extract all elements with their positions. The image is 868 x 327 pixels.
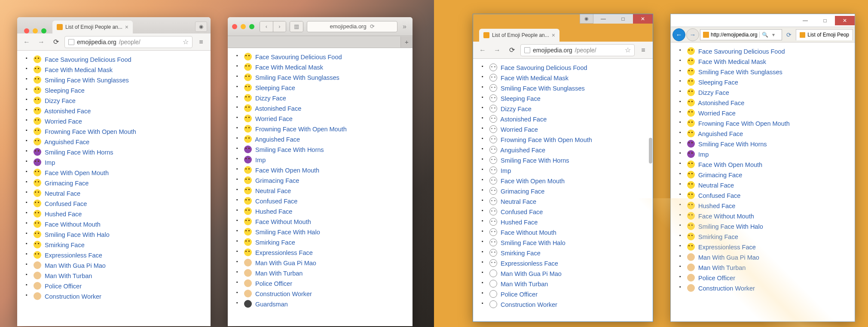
emoji-link[interactable]: Sleeping Face (45, 87, 85, 94)
emoji-link[interactable]: Worried Face (255, 115, 293, 122)
emoji-link[interactable]: Face Savouring Delicious Food (698, 48, 785, 55)
minimize-button[interactable]: — (795, 16, 815, 25)
close-tab-icon[interactable]: × (552, 32, 555, 39)
minimize-button[interactable]: — (593, 14, 613, 24)
back-button[interactable]: ‹ (260, 21, 273, 32)
emoji-link[interactable]: Construction Worker (45, 293, 101, 300)
address-bar[interactable]: emojipedia.org ⟳ (307, 21, 397, 32)
emoji-link[interactable]: Face With Medical Mask (698, 58, 766, 65)
close-button[interactable]: ✕ (835, 16, 855, 25)
emoji-link[interactable]: Anguished Face (44, 139, 89, 145)
address-bar[interactable]: emojipedia.org/people/ ☆ (64, 36, 193, 48)
emoji-link[interactable]: Sleeping Face (255, 85, 295, 91)
browser-tab[interactable]: List of Emoji People an... × (479, 29, 559, 42)
forward-button[interactable]: → (35, 36, 47, 48)
emoji-link[interactable]: Face Savouring Delicious Food (501, 64, 587, 71)
emoji-link[interactable]: Confused Face (255, 198, 297, 205)
emoji-link[interactable]: Imp (255, 157, 266, 164)
emoji-link[interactable]: Smiling Face With Halo (255, 229, 320, 236)
maximize-icon[interactable] (41, 28, 46, 33)
emoji-link[interactable]: Face With Medical Mask (45, 67, 113, 73)
profile-button[interactable]: ◉ (195, 21, 207, 32)
emoji-link[interactable]: Astonished Face (255, 105, 301, 112)
profile-button[interactable]: ◉ (580, 14, 593, 24)
emoji-link[interactable]: Smiling Face With Sunglasses (255, 74, 339, 81)
emoji-link[interactable]: Construction Worker (698, 285, 755, 292)
minimize-icon[interactable] (33, 28, 38, 33)
emoji-link[interactable]: Smiling Face With Horns (698, 141, 767, 148)
emoji-link[interactable]: Smirking Face (501, 250, 541, 257)
emoji-link[interactable]: Astonished Face (500, 116, 547, 123)
emoji-link[interactable]: Worried Face (501, 126, 538, 133)
emoji-link[interactable]: Face With Open Mouth (255, 167, 319, 174)
emoji-link[interactable]: Police Officer (45, 283, 82, 290)
back-button[interactable]: ← (672, 28, 685, 41)
close-tab-icon[interactable]: × (125, 24, 128, 30)
close-icon[interactable] (24, 28, 29, 33)
emoji-link[interactable]: Smiling Face With Horns (45, 149, 113, 156)
emoji-link[interactable]: Smiling Face With Halo (698, 223, 763, 230)
emoji-link[interactable]: Man With Turban (255, 270, 303, 277)
minimize-icon[interactable] (241, 24, 246, 29)
emoji-link[interactable]: Smiling Face With Sunglasses (45, 77, 129, 84)
emoji-link[interactable]: Face Without Mouth (45, 221, 101, 228)
emoji-link[interactable]: Imp (698, 151, 709, 158)
emoji-link[interactable]: Construction Worker (255, 291, 312, 297)
emoji-link[interactable]: Expressionless Face (45, 252, 102, 259)
emoji-link[interactable]: Smirking Face (698, 233, 738, 240)
emoji-link[interactable]: Smiling Face With Horns (501, 157, 569, 164)
emoji-link[interactable]: Worried Face (45, 118, 82, 125)
close-icon[interactable] (232, 24, 237, 29)
emoji-link[interactable]: Face With Open Mouth (501, 178, 565, 185)
reload-button[interactable]: ⟳ (783, 31, 795, 38)
emoji-link[interactable]: Man With Turban (45, 272, 92, 279)
emoji-link[interactable]: Neutral Face (255, 188, 291, 194)
emoji-link[interactable]: Man With Turban (501, 281, 548, 288)
emoji-link[interactable]: Man With Gua Pi Mao (45, 262, 106, 269)
emoji-link[interactable]: Frowning Face With Open Mouth (255, 126, 347, 133)
reload-button[interactable]: ⟳ (506, 44, 518, 56)
menu-button[interactable]: ≡ (195, 36, 207, 48)
maximize-icon[interactable] (249, 24, 254, 29)
reload-button[interactable]: ⟳ (50, 36, 62, 48)
browser-tab[interactable]: List of Emoji Peop (796, 29, 853, 40)
emoji-link[interactable]: Face Without Mouth (501, 229, 556, 236)
sidebar-button[interactable]: ▥ (290, 21, 303, 32)
emoji-link[interactable]: Expressionless Face (698, 244, 756, 251)
emoji-link[interactable]: Smiling Face With Halo (45, 231, 110, 238)
emoji-link[interactable]: Neutral Face (45, 190, 80, 197)
emoji-link[interactable]: Construction Worker (501, 301, 557, 308)
emoji-link[interactable]: Anguished Face (255, 136, 300, 143)
emoji-link[interactable]: Man With Gua Pi Mao (698, 254, 759, 261)
emoji-link[interactable]: Dizzy Face (45, 97, 76, 104)
emoji-link[interactable]: Sleeping Face (698, 79, 738, 86)
emoji-link[interactable]: Face With Open Mouth (45, 170, 109, 176)
emoji-link[interactable]: Guardsman (255, 301, 288, 308)
emoji-link[interactable]: Man With Turban (698, 264, 746, 271)
emoji-link[interactable]: Expressionless Face (255, 249, 313, 256)
emoji-link[interactable]: Confused Face (45, 200, 87, 207)
emoji-link[interactable]: Smiling Face With Horns (255, 146, 324, 153)
emoji-link[interactable]: Smirking Face (255, 239, 295, 246)
emoji-link[interactable]: Hushed Face (501, 219, 538, 226)
emoji-link[interactable]: Police Officer (698, 275, 735, 282)
maximize-button[interactable]: □ (613, 14, 633, 24)
bookmark-icon[interactable]: ☆ (625, 46, 631, 54)
emoji-link[interactable]: Face Without Mouth (698, 213, 754, 220)
emoji-link[interactable]: Grimacing Face (698, 172, 742, 179)
emoji-link[interactable]: Hushed Face (255, 208, 292, 215)
emoji-link[interactable]: Man With Gua Pi Mao (255, 260, 316, 266)
maximize-button[interactable]: □ (815, 16, 835, 25)
emoji-link[interactable]: Face Savouring Delicious Food (45, 56, 131, 63)
emoji-link[interactable]: Dizzy Face (255, 95, 286, 102)
emoji-link[interactable]: Sleeping Face (501, 95, 541, 102)
emoji-link[interactable]: Anguished Face (500, 147, 545, 154)
emoji-link[interactable]: Face With Open Mouth (698, 161, 762, 168)
emoji-link[interactable]: Neutral Face (698, 182, 734, 189)
emoji-link[interactable]: Hushed Face (698, 203, 735, 209)
search-icon[interactable]: 🔍 (759, 32, 770, 38)
emoji-link[interactable]: Dizzy Face (501, 106, 532, 112)
emoji-link[interactable]: Confused Face (501, 209, 543, 215)
overflow-button[interactable]: » (401, 23, 408, 30)
forward-button[interactable]: → (491, 44, 503, 56)
